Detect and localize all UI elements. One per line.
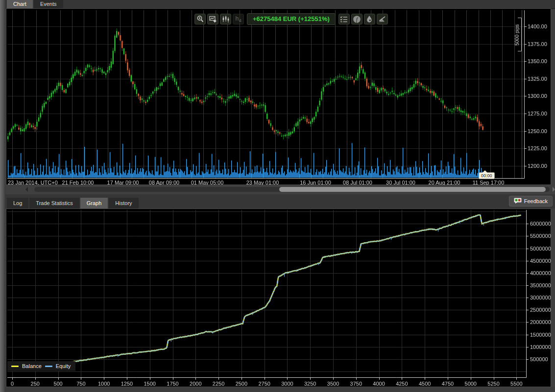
equity-graph-panel: 5000001000000150000020000002500000300000… xyxy=(6,208,551,387)
equity-x-tick-label: 2250 xyxy=(213,381,224,387)
equity-y-tick-label: 2000000 xyxy=(530,319,551,325)
trend-icon xyxy=(378,15,386,23)
equity-x-tick-label: 1500 xyxy=(144,381,155,387)
chart-tabbar: Chart Events xyxy=(5,0,555,9)
equity-x-tick-label: 1750 xyxy=(167,381,178,387)
balance-legend-label: Balance xyxy=(22,363,42,369)
equity-graph-canvas[interactable] xyxy=(6,209,551,387)
equity-x-tick-label: 2500 xyxy=(236,381,247,387)
price-tick-label: 1225.00 xyxy=(528,145,547,151)
equity-x-tick-label: 3750 xyxy=(350,381,362,387)
show-deals-button[interactable] xyxy=(364,14,375,24)
tab-graph[interactable]: Graph xyxy=(80,198,108,208)
left-edge-strip xyxy=(0,0,5,392)
equity-y-tick-label: 1000000 xyxy=(530,344,551,350)
price-tick-label: 1250.00 xyxy=(528,128,547,134)
chart-settings-button[interactable] xyxy=(207,14,218,24)
equity-x-tick-label: 1250 xyxy=(121,381,133,387)
price-tick-label: 1300.00 xyxy=(528,93,547,99)
equity-y-tick-label: 5000000 xyxy=(530,246,551,252)
price-tick-label: 1350.00 xyxy=(528,58,547,64)
drop-icon xyxy=(365,15,373,23)
graph-legend: Balance Equity xyxy=(7,361,75,371)
candlestick-type-button[interactable] xyxy=(220,14,231,24)
equity-x-tick-label: 3250 xyxy=(304,381,316,387)
candlesticks-icon xyxy=(222,15,230,23)
equity-y-tick-label: 2500000 xyxy=(530,307,551,313)
scroll-right-arrow[interactable] xyxy=(553,187,555,192)
equity-x-tick-label: 5500 xyxy=(510,381,522,387)
fx-icon: f xyxy=(353,15,361,23)
equity-x-tick-label: 4000 xyxy=(373,381,385,387)
equity-y-tick-label: 500000 xyxy=(530,356,548,362)
zoom-in-button[interactable] xyxy=(194,14,206,24)
backtesting-window: Chart Events 1400.001375.001350.001325.0… xyxy=(0,0,555,392)
tab-history[interactable]: History xyxy=(109,198,138,208)
results-tabbar: Log Trade Statistics Graph History Feedb… xyxy=(5,194,555,208)
equity-x-tick-label: 3500 xyxy=(327,381,339,387)
feedback-bubble-icon xyxy=(514,198,522,205)
equity-y-tick-label: 4500000 xyxy=(530,258,551,264)
time-tooltip: 00:00 xyxy=(479,172,495,179)
bottom-edge-strip xyxy=(5,387,555,392)
equity-legend-label: Equity xyxy=(56,363,71,369)
zoom-in-icon xyxy=(196,15,204,23)
price-tick-label: 1275.00 xyxy=(528,111,547,116)
equity-x-tick-label: 4250 xyxy=(396,381,408,387)
scrollbar-thumb[interactable] xyxy=(279,187,546,192)
timeframe-h4-icon: h4 xyxy=(235,15,241,23)
equity-y-tick-label: 5500000 xyxy=(530,233,551,239)
equity-y-tick-label: 4000000 xyxy=(530,270,551,276)
tab-trade-statistics[interactable]: Trade Statistics xyxy=(29,198,79,208)
price-tick-label: 1200.00 xyxy=(528,163,547,169)
price-chart-panel: 1400.001375.001350.001325.001300.001275.… xyxy=(6,8,551,185)
equity-x-tick-label: 0 xyxy=(11,381,14,387)
equity-x-tick-label: 3000 xyxy=(281,381,293,387)
equity-y-tick-label: 1500000 xyxy=(530,332,551,338)
tab-log[interactable]: Log xyxy=(7,198,28,208)
equity-x-tick-label: 4750 xyxy=(442,381,454,387)
equity-x-tick-label: 5250 xyxy=(487,381,499,387)
equity-x-tick-label: 2000 xyxy=(190,381,201,387)
price-tick-label: 1400.00 xyxy=(528,23,547,29)
chart-settings-icon xyxy=(209,15,217,23)
checklist-icon xyxy=(340,15,348,23)
checklist-button[interactable] xyxy=(338,14,350,24)
equity-x-tick-label: 500 xyxy=(53,381,62,387)
fx-indicator-button[interactable]: f xyxy=(351,14,362,24)
equity-y-tick-label: 3000000 xyxy=(530,295,551,300)
price-tick-label: 1325.00 xyxy=(528,76,547,82)
timeframe-button[interactable]: h4 xyxy=(233,14,244,24)
equity-x-tick-label: 750 xyxy=(76,381,85,387)
trend-tool-button[interactable] xyxy=(377,14,388,24)
scrollbar-track[interactable] xyxy=(34,187,550,192)
profit-readout: +6275484 EUR (+12551%) xyxy=(247,13,336,25)
balance-swatch xyxy=(11,366,19,367)
feedback-button[interactable]: Feedback xyxy=(509,196,553,207)
equity-x-tick-label: 2750 xyxy=(258,381,270,387)
tab-events[interactable]: Events xyxy=(34,0,63,8)
equity-x-tick-label: 4500 xyxy=(419,381,431,387)
scroll-left-arrow[interactable] xyxy=(25,187,28,192)
equity-swatch xyxy=(45,366,52,367)
tab-chart[interactable]: Chart xyxy=(7,0,33,8)
equity-x-tick-label: 1000 xyxy=(98,381,110,387)
price-chart-canvas[interactable] xyxy=(6,9,551,184)
equity-y-tick-label: 3500000 xyxy=(530,282,551,288)
horizontal-scrollbar xyxy=(6,185,551,194)
equity-y-tick-label: 6000000 xyxy=(530,221,551,227)
chart-toolbar: h4 +6275484 EUR (+12551%) f xyxy=(194,13,388,25)
price-tick-label: 1375.00 xyxy=(528,41,547,47)
equity-x-tick-label: 250 xyxy=(31,381,40,387)
equity-x-tick-label: 5000 xyxy=(465,381,477,387)
